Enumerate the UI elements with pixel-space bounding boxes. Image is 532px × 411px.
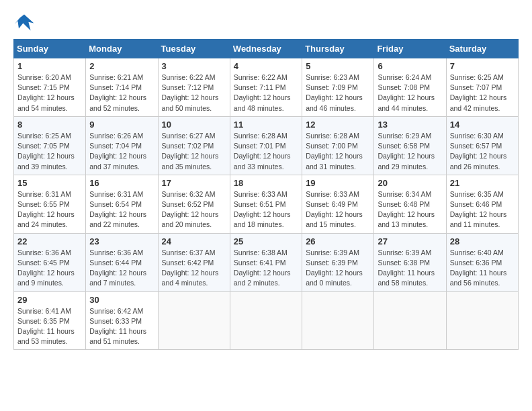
day-number: 29 <box>17 295 82 305</box>
day-number: 10 <box>162 120 226 130</box>
calendar-week-3: 15Sunrise: 6:31 AM Sunset: 6:55 PM Dayli… <box>14 175 519 233</box>
day-info: Sunrise: 6:39 AM Sunset: 6:38 PM Dayligh… <box>378 248 442 289</box>
day-number: 21 <box>450 178 515 188</box>
day-info: Sunrise: 6:28 AM Sunset: 7:01 PM Dayligh… <box>234 131 298 172</box>
weekday-header-monday: Monday <box>86 40 158 58</box>
header <box>13 13 519 32</box>
day-info: Sunrise: 6:33 AM Sunset: 6:49 PM Dayligh… <box>306 189 370 230</box>
weekday-header-tuesday: Tuesday <box>158 40 230 58</box>
calendar-cell: 14Sunrise: 6:30 AM Sunset: 6:57 PM Dayli… <box>446 116 518 175</box>
calendar-cell: 15Sunrise: 6:31 AM Sunset: 6:55 PM Dayli… <box>14 175 86 233</box>
day-number: 27 <box>378 236 442 246</box>
weekday-header-thursday: Thursday <box>302 40 374 58</box>
day-info: Sunrise: 6:22 AM Sunset: 7:12 PM Dayligh… <box>162 73 226 113</box>
day-number: 2 <box>89 61 154 71</box>
day-info: Sunrise: 6:36 AM Sunset: 6:45 PM Dayligh… <box>17 248 82 289</box>
calendar-cell: 24Sunrise: 6:37 AM Sunset: 6:42 PM Dayli… <box>158 233 230 291</box>
day-info: Sunrise: 6:23 AM Sunset: 7:09 PM Dayligh… <box>306 73 370 113</box>
day-number: 6 <box>378 61 442 71</box>
calendar-cell: 10Sunrise: 6:27 AM Sunset: 7:02 PM Dayli… <box>158 116 230 175</box>
day-info: Sunrise: 6:20 AM Sunset: 7:15 PM Dayligh… <box>17 73 82 113</box>
day-number: 23 <box>89 236 154 246</box>
calendar-cell: 6Sunrise: 6:24 AM Sunset: 7:08 PM Daylig… <box>374 58 446 117</box>
day-number: 15 <box>17 178 82 188</box>
day-number: 3 <box>162 61 226 71</box>
calendar-cell: 8Sunrise: 6:25 AM Sunset: 7:05 PM Daylig… <box>14 116 86 175</box>
day-info: Sunrise: 6:25 AM Sunset: 7:07 PM Dayligh… <box>450 73 515 113</box>
calendar: SundayMondayTuesdayWednesdayThursdayFrid… <box>13 39 519 350</box>
day-info: Sunrise: 6:29 AM Sunset: 6:58 PM Dayligh… <box>378 131 442 172</box>
calendar-week-5: 29Sunrise: 6:41 AM Sunset: 6:35 PM Dayli… <box>14 291 519 350</box>
calendar-cell: 3Sunrise: 6:22 AM Sunset: 7:12 PM Daylig… <box>158 58 230 117</box>
day-info: Sunrise: 6:22 AM Sunset: 7:11 PM Dayligh… <box>234 73 298 113</box>
weekday-header-saturday: Saturday <box>446 40 518 58</box>
calendar-cell: 5Sunrise: 6:23 AM Sunset: 7:09 PM Daylig… <box>302 58 374 117</box>
calendar-cell: 11Sunrise: 6:28 AM Sunset: 7:01 PM Dayli… <box>230 116 302 175</box>
day-number: 5 <box>306 61 370 71</box>
day-number: 9 <box>89 120 154 130</box>
calendar-week-2: 8Sunrise: 6:25 AM Sunset: 7:05 PM Daylig… <box>14 116 519 175</box>
day-info: Sunrise: 6:30 AM Sunset: 6:57 PM Dayligh… <box>450 131 515 172</box>
calendar-week-1: 1Sunrise: 6:20 AM Sunset: 7:15 PM Daylig… <box>14 58 519 117</box>
calendar-cell: 22Sunrise: 6:36 AM Sunset: 6:45 PM Dayli… <box>14 233 86 291</box>
day-info: Sunrise: 6:40 AM Sunset: 6:36 PM Dayligh… <box>450 248 515 289</box>
day-info: Sunrise: 6:34 AM Sunset: 6:48 PM Dayligh… <box>378 189 442 230</box>
day-info: Sunrise: 6:38 AM Sunset: 6:41 PM Dayligh… <box>234 248 298 289</box>
day-number: 20 <box>378 178 442 188</box>
day-info: Sunrise: 6:35 AM Sunset: 6:46 PM Dayligh… <box>450 189 515 230</box>
calendar-cell <box>302 291 374 350</box>
calendar-cell: 7Sunrise: 6:25 AM Sunset: 7:07 PM Daylig… <box>446 58 518 117</box>
day-number: 1 <box>17 61 82 71</box>
calendar-cell: 19Sunrise: 6:33 AM Sunset: 6:49 PM Dayli… <box>302 175 374 233</box>
calendar-week-4: 22Sunrise: 6:36 AM Sunset: 6:45 PM Dayli… <box>14 233 519 291</box>
day-number: 13 <box>378 120 442 130</box>
calendar-cell: 26Sunrise: 6:39 AM Sunset: 6:39 PM Dayli… <box>302 233 374 291</box>
calendar-cell: 18Sunrise: 6:33 AM Sunset: 6:51 PM Dayli… <box>230 175 302 233</box>
calendar-cell: 16Sunrise: 6:31 AM Sunset: 6:54 PM Dayli… <box>86 175 158 233</box>
day-info: Sunrise: 6:24 AM Sunset: 7:08 PM Dayligh… <box>378 73 442 113</box>
day-number: 18 <box>234 178 298 188</box>
weekday-header-friday: Friday <box>374 40 446 58</box>
day-number: 30 <box>89 295 154 305</box>
calendar-cell: 4Sunrise: 6:22 AM Sunset: 7:11 PM Daylig… <box>230 58 302 117</box>
day-info: Sunrise: 6:39 AM Sunset: 6:39 PM Dayligh… <box>306 248 370 289</box>
day-number: 26 <box>306 236 370 246</box>
day-number: 24 <box>162 236 226 246</box>
calendar-cell: 9Sunrise: 6:26 AM Sunset: 7:04 PM Daylig… <box>86 116 158 175</box>
day-info: Sunrise: 6:37 AM Sunset: 6:42 PM Dayligh… <box>162 248 226 289</box>
day-info: Sunrise: 6:31 AM Sunset: 6:54 PM Dayligh… <box>89 189 154 230</box>
calendar-cell: 2Sunrise: 6:21 AM Sunset: 7:14 PM Daylig… <box>86 58 158 117</box>
day-info: Sunrise: 6:27 AM Sunset: 7:02 PM Dayligh… <box>162 131 226 172</box>
calendar-cell <box>446 291 518 350</box>
logo <box>13 13 38 32</box>
calendar-cell: 28Sunrise: 6:40 AM Sunset: 6:36 PM Dayli… <box>446 233 518 291</box>
day-number: 4 <box>234 61 298 71</box>
day-info: Sunrise: 6:21 AM Sunset: 7:14 PM Dayligh… <box>89 73 154 113</box>
day-info: Sunrise: 6:31 AM Sunset: 6:55 PM Dayligh… <box>17 189 82 230</box>
calendar-cell: 20Sunrise: 6:34 AM Sunset: 6:48 PM Dayli… <box>374 175 446 233</box>
day-number: 8 <box>17 120 82 130</box>
calendar-cell <box>230 291 302 350</box>
day-number: 28 <box>450 236 515 246</box>
day-info: Sunrise: 6:36 AM Sunset: 6:44 PM Dayligh… <box>89 248 154 289</box>
day-number: 12 <box>306 120 370 130</box>
day-info: Sunrise: 6:32 AM Sunset: 6:52 PM Dayligh… <box>162 189 226 230</box>
day-info: Sunrise: 6:41 AM Sunset: 6:35 PM Dayligh… <box>17 306 82 347</box>
calendar-cell <box>374 291 446 350</box>
day-info: Sunrise: 6:26 AM Sunset: 7:04 PM Dayligh… <box>89 131 154 172</box>
day-info: Sunrise: 6:25 AM Sunset: 7:05 PM Dayligh… <box>17 131 82 172</box>
calendar-cell: 1Sunrise: 6:20 AM Sunset: 7:15 PM Daylig… <box>14 58 86 117</box>
day-number: 22 <box>17 236 82 246</box>
day-number: 11 <box>234 120 298 130</box>
calendar-cell: 21Sunrise: 6:35 AM Sunset: 6:46 PM Dayli… <box>446 175 518 233</box>
calendar-cell: 27Sunrise: 6:39 AM Sunset: 6:38 PM Dayli… <box>374 233 446 291</box>
day-number: 14 <box>450 120 515 130</box>
calendar-cell: 13Sunrise: 6:29 AM Sunset: 6:58 PM Dayli… <box>374 116 446 175</box>
calendar-cell: 12Sunrise: 6:28 AM Sunset: 7:00 PM Dayli… <box>302 116 374 175</box>
calendar-cell: 17Sunrise: 6:32 AM Sunset: 6:52 PM Dayli… <box>158 175 230 233</box>
day-number: 7 <box>450 61 515 71</box>
day-info: Sunrise: 6:42 AM Sunset: 6:33 PM Dayligh… <box>89 306 154 347</box>
calendar-cell: 25Sunrise: 6:38 AM Sunset: 6:41 PM Dayli… <box>230 233 302 291</box>
day-number: 17 <box>162 178 226 188</box>
calendar-cell <box>158 291 230 350</box>
